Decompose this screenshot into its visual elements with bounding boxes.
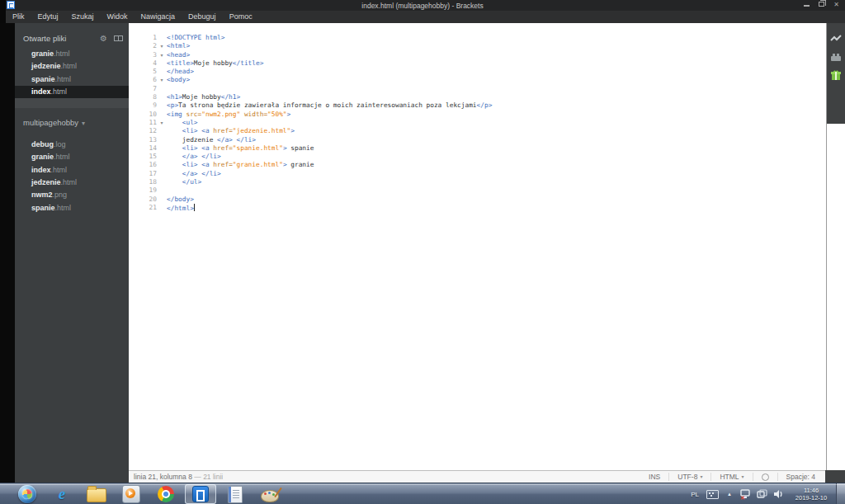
fold-gutter — [157, 136, 167, 144]
taskbar-paint[interactable] — [254, 484, 286, 504]
line-number: 5 — [129, 68, 157, 76]
taskbar-internet-explorer[interactable]: e — [46, 484, 78, 504]
fold-arrow-icon[interactable]: ▾ — [157, 51, 167, 59]
code-line-7[interactable]: 7 — [129, 85, 826, 93]
code-line-5[interactable]: 5</head> — [129, 68, 826, 76]
show-desktop-button[interactable] — [836, 483, 845, 504]
fold-gutter — [157, 101, 167, 110]
sidebar: Otwarte pliki ⚙ granie.htmljedzenie.html… — [15, 23, 129, 483]
menu-edytuj[interactable]: Edytuj — [31, 11, 65, 23]
menu-plik[interactable]: Plik — [6, 11, 31, 23]
project-file-nwm2-png[interactable]: nwm2.png — [15, 189, 129, 201]
code-line-18[interactable]: 18 </ul> — [129, 178, 826, 186]
code-line-17[interactable]: 17 </a> </li> — [129, 170, 826, 178]
menu-pomoc[interactable]: Pomoc — [223, 11, 259, 23]
chevron-down-icon: ▾ — [700, 473, 702, 481]
code-line-13[interactable]: 13 jedzenie </a> </li> — [129, 136, 826, 144]
code-line-14[interactable]: 14 <li> <a href="spanie.html"> spanie — [129, 144, 826, 153]
language-indicator[interactable]: PL — [687, 491, 703, 498]
menu-debuguj[interactable]: Debuguj — [182, 11, 223, 23]
line-number: 18 — [129, 178, 157, 186]
split-view-icon[interactable] — [114, 35, 123, 41]
fold-arrow-icon[interactable]: ▾ — [157, 76, 167, 84]
fold-gutter — [157, 34, 167, 42]
line-number: 19 — [129, 186, 157, 195]
keyboard-layout-icon[interactable] — [706, 490, 719, 499]
gift-icon[interactable] — [830, 69, 842, 81]
code-line-11[interactable]: 11▾ <ul> — [129, 119, 826, 127]
project-file-spanie-html[interactable]: spanie.html — [15, 202, 129, 214]
encoding-selector[interactable]: UTF-8▾ — [668, 473, 710, 481]
code-line-4[interactable]: 4<title>Moje hobby</title> — [129, 59, 826, 68]
taskbar-chrome[interactable] — [150, 484, 182, 504]
working-file-granie-html[interactable]: granie.html — [15, 48, 129, 60]
extension-manager-icon[interactable] — [830, 51, 842, 63]
restore-button[interactable] — [819, 0, 824, 10]
code-line-6[interactable]: 6▾<body> — [129, 76, 826, 84]
taskbar-file-explorer[interactable] — [81, 484, 112, 504]
fold-gutter — [157, 93, 167, 101]
working-file-spanie-html[interactable]: spanie.html — [15, 73, 129, 86]
health-report-icon[interactable] — [830, 33, 842, 45]
project-dropdown[interactable]: multipagehobby▾ — [23, 118, 85, 127]
fold-arrow-icon[interactable]: ▾ — [157, 42, 167, 50]
speaker-icon[interactable] — [772, 488, 784, 500]
window-title: index.html (multipagehobby) - Brackets — [0, 2, 845, 10]
code-line-1[interactable]: 1<!DOCTYPE html> — [129, 34, 826, 42]
fold-gutter — [157, 195, 167, 204]
network-status-icon[interactable]: ✕ — [739, 488, 751, 500]
code-line-3[interactable]: 3▾<head> — [129, 51, 826, 59]
code-line-15[interactable]: 15 </a> </li> — [129, 153, 826, 161]
code-line-9[interactable]: 9<p>Ta strona będzie zawierała informacj… — [129, 101, 826, 110]
code-editor[interactable]: 1<!DOCTYPE html>2▾<html>3▾<head>4<title>… — [129, 23, 827, 470]
code-text: <body> — [167, 76, 190, 84]
clock-date: 2019-12-10 — [790, 494, 833, 502]
code-text: </body> — [167, 195, 194, 204]
code-text: <li> <a href="granie.html"> granie — [167, 161, 314, 169]
tray-expand-icon[interactable]: ▲ — [722, 492, 737, 497]
code-line-10[interactable]: 10<img src="nwm2.png" width="50%"> — [129, 111, 826, 119]
indent-setting[interactable]: Spacje: 4 — [777, 473, 824, 481]
minimize-button[interactable] — [804, 0, 810, 10]
code-line-8[interactable]: 8<h1>Moje hobby</h1> — [129, 93, 826, 101]
lint-status[interactable] — [753, 473, 777, 481]
code-text: <h1>Moje hobby</h1> — [167, 93, 240, 101]
working-file-index-html[interactable]: index.html — [15, 86, 129, 98]
backup-status-icon[interactable] — [756, 488, 767, 500]
code-line-20[interactable]: 20</body> — [129, 195, 826, 204]
project-file-granie-html[interactable]: granie.html — [15, 151, 129, 163]
project-file-debug-log[interactable]: debug.log — [15, 139, 129, 151]
insert-mode-indicator[interactable]: INS — [640, 473, 668, 481]
line-number: 20 — [129, 195, 157, 204]
project-file-index-html[interactable]: index.html — [15, 164, 129, 177]
file-basename: index — [31, 166, 51, 174]
line-number: 7 — [129, 85, 157, 93]
fold-arrow-icon[interactable]: ▾ — [157, 119, 167, 127]
file-extension: .log — [54, 140, 66, 148]
code-line-12[interactable]: 12 <li> <a href="jedzenie.html"> — [129, 127, 826, 135]
code-line-16[interactable]: 16 <li> <a href="granie.html"> granie — [129, 161, 826, 169]
menu-widok[interactable]: Widok — [101, 11, 135, 23]
brackets-app-icon[interactable] — [7, 1, 15, 9]
taskbar-media-player[interactable] — [116, 484, 147, 504]
code-line-2[interactable]: 2▾<html> — [129, 42, 826, 50]
chrome-icon — [158, 486, 174, 502]
start-button[interactable] — [12, 484, 43, 504]
language-selector[interactable]: HTML▾ — [710, 473, 752, 481]
project-file-jedzenie-html[interactable]: jedzenie.html — [15, 177, 129, 189]
file-basename: jedzenie — [31, 178, 61, 186]
code-line-19[interactable]: 19 — [129, 186, 826, 195]
internet-explorer-icon: e — [59, 486, 65, 502]
line-number: 21 — [129, 204, 157, 212]
code-text: <img src="nwm2.png" width="50%"> — [167, 111, 290, 119]
fold-gutter — [157, 111, 167, 119]
gear-icon[interactable]: ⚙ — [100, 34, 107, 43]
menu-szukaj[interactable]: Szukaj — [65, 11, 101, 23]
working-file-jedzenie-html[interactable]: jedzenie.html — [15, 60, 129, 73]
taskbar-notepad[interactable] — [220, 484, 251, 504]
menu-nawigacja[interactable]: Nawigacja — [135, 11, 182, 23]
close-button[interactable]: ✕ — [833, 0, 839, 10]
taskbar-brackets-active[interactable] — [185, 484, 216, 504]
taskbar-clock[interactable]: 11:46 2019-12-10 — [790, 487, 833, 502]
code-line-21[interactable]: 21</html> — [129, 204, 826, 212]
